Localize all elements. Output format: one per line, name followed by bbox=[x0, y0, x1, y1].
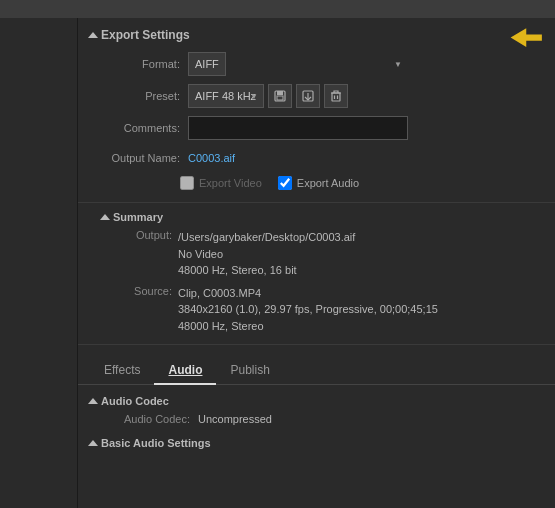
audio-codec-section: Audio Codec Audio Codec: Uncompressed bbox=[78, 395, 555, 429]
summary-source-resolution: 3840x2160 (1.0), 29.97 fps, Progressive,… bbox=[178, 301, 438, 318]
preset-controls: AIFF 48 kHz bbox=[188, 84, 348, 108]
save-preset-button[interactable] bbox=[268, 84, 292, 108]
tabs-row: Effects Audio Publish bbox=[78, 353, 555, 385]
main-container: Export Settings Format: AIFF bbox=[0, 18, 555, 508]
svg-marker-1 bbox=[511, 28, 542, 47]
output-name-label: Output Name: bbox=[90, 152, 180, 164]
summary-source-clip: Clip, C0003.MP4 bbox=[178, 285, 438, 302]
export-audio-checkbox[interactable] bbox=[278, 176, 292, 190]
export-video-checkbox-label[interactable]: Export Video bbox=[180, 176, 262, 190]
audio-codec-title: Audio Codec bbox=[101, 395, 169, 407]
summary-source-label: Source: bbox=[112, 285, 172, 297]
divider-2 bbox=[78, 344, 555, 345]
export-audio-label: Export Audio bbox=[297, 177, 359, 189]
tab-effects[interactable]: Effects bbox=[90, 357, 154, 385]
summary-title: Summary bbox=[113, 211, 163, 223]
yellow-arrow-icon bbox=[495, 20, 545, 55]
svg-rect-4 bbox=[277, 96, 283, 100]
delete-preset-button[interactable] bbox=[324, 84, 348, 108]
summary-collapse-icon[interactable] bbox=[100, 214, 110, 220]
export-settings-label: Export Settings bbox=[101, 28, 190, 42]
summary-header: Summary bbox=[102, 211, 543, 223]
format-select[interactable]: AIFF bbox=[188, 52, 226, 76]
preset-select-wrapper: AIFF 48 kHz bbox=[188, 84, 264, 108]
divider-1 bbox=[78, 202, 555, 203]
summary-source-values: Clip, C0003.MP4 3840x2160 (1.0), 29.97 f… bbox=[178, 285, 438, 335]
summary-output-path: /Users/garybaker/Desktop/C0003.aif bbox=[178, 229, 355, 246]
summary-source-row: Source: Clip, C0003.MP4 3840x2160 (1.0),… bbox=[102, 285, 543, 335]
format-select-wrapper: AIFF bbox=[188, 52, 408, 76]
left-panel bbox=[0, 18, 78, 508]
summary-output-label: Output: bbox=[112, 229, 172, 241]
comments-input[interactable] bbox=[188, 116, 408, 140]
format-label: Format: bbox=[90, 58, 180, 70]
comments-row: Comments: bbox=[78, 116, 555, 140]
basic-audio-collapse-icon[interactable] bbox=[88, 440, 98, 446]
checkboxes-row: Export Video Export Audio bbox=[78, 172, 555, 198]
export-video-checkbox[interactable] bbox=[180, 176, 194, 190]
tab-audio[interactable]: Audio bbox=[154, 357, 216, 385]
preset-row: Preset: AIFF 48 kHz bbox=[78, 84, 555, 108]
export-settings-title: Export Settings bbox=[90, 28, 190, 42]
content-panel: Export Settings Format: AIFF bbox=[78, 18, 555, 508]
output-name-link[interactable]: C0003.aif bbox=[188, 152, 235, 164]
format-row: Format: AIFF bbox=[78, 52, 555, 76]
basic-audio-title: Basic Audio Settings bbox=[101, 437, 211, 449]
summary-source-audio-spec: 48000 Hz, Stereo bbox=[178, 318, 438, 335]
preset-label: Preset: bbox=[90, 90, 180, 102]
export-video-label: Export Video bbox=[199, 177, 262, 189]
export-settings-header: Export Settings bbox=[78, 28, 555, 42]
tab-publish[interactable]: Publish bbox=[216, 357, 283, 385]
preset-select[interactable]: AIFF 48 kHz bbox=[188, 84, 264, 108]
output-name-row: Output Name: C0003.aif bbox=[78, 148, 555, 168]
summary-output-values: /Users/garybaker/Desktop/C0003.aif No Vi… bbox=[178, 229, 355, 279]
summary-output-audio-spec: 48000 Hz, Stereo, 16 bit bbox=[178, 262, 355, 279]
arrow-indicator bbox=[495, 20, 545, 55]
import-preset-button[interactable] bbox=[296, 84, 320, 108]
audio-codec-collapse-icon[interactable] bbox=[88, 398, 98, 404]
codec-value: Uncompressed bbox=[198, 413, 272, 425]
top-bar bbox=[0, 0, 555, 18]
svg-rect-7 bbox=[332, 93, 340, 101]
export-audio-checkbox-label[interactable]: Export Audio bbox=[278, 176, 359, 190]
summary-output-row: Output: /Users/garybaker/Desktop/C0003.a… bbox=[102, 229, 543, 279]
codec-row: Audio Codec: Uncompressed bbox=[90, 413, 543, 429]
basic-audio-section: Basic Audio Settings bbox=[78, 437, 555, 449]
codec-label: Audio Codec: bbox=[90, 413, 190, 425]
audio-codec-header: Audio Codec bbox=[90, 395, 543, 407]
collapse-icon[interactable] bbox=[88, 32, 98, 38]
summary-output-no-video: No Video bbox=[178, 246, 355, 263]
summary-section: Summary Output: /Users/garybaker/Desktop… bbox=[78, 211, 555, 334]
comments-label: Comments: bbox=[90, 122, 180, 134]
svg-rect-3 bbox=[277, 91, 283, 95]
